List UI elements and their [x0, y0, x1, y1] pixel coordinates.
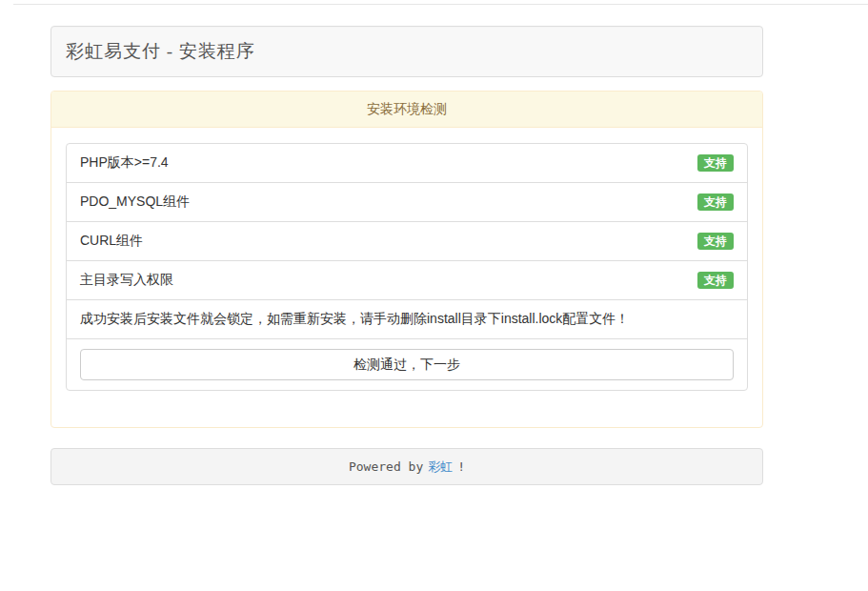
status-badge: 支持: [697, 154, 734, 172]
check-item-label: CURL组件: [80, 233, 143, 250]
install-lock-notice-row: 成功安装后安装文件就会锁定，如需重新安装，请手动删除install目录下inst…: [67, 300, 747, 339]
check-item-row: PHP版本>=7.4 支持: [67, 144, 747, 183]
check-item-label: PDO_MYSQL组件: [80, 194, 190, 211]
check-list: PHP版本>=7.4 支持 PDO_MYSQL组件 支持 CURL组件 支持 主…: [66, 143, 748, 391]
powered-by-text: Powered by: [349, 459, 423, 474]
panel-heading: 安装环境检测: [51, 92, 762, 128]
status-badge: 支持: [697, 194, 734, 211]
status-badge: 支持: [697, 272, 734, 289]
panel-body: PHP版本>=7.4 支持 PDO_MYSQL组件 支持 CURL组件 支持 主…: [51, 128, 762, 427]
check-item-row: PDO_MYSQL组件 支持: [67, 183, 747, 222]
header-well: 彩虹易支付 - 安装程序: [50, 26, 763, 77]
status-badge: 支持: [697, 233, 734, 250]
next-step-button[interactable]: 检测通过，下一步: [80, 349, 734, 380]
env-check-panel: 安装环境检测 PHP版本>=7.4 支持 PDO_MYSQL组件 支持 CURL…: [50, 91, 763, 428]
check-item-label: PHP版本>=7.4: [80, 154, 169, 172]
check-item-label: 主目录写入权限: [80, 272, 173, 289]
install-lock-notice: 成功安装后安装文件就会锁定，如需重新安装，请手动删除install目录下inst…: [80, 311, 629, 328]
top-divider: [13, 4, 868, 5]
footer: Powered by 彩虹 !: [50, 448, 763, 485]
button-row: 检测通过，下一步: [67, 339, 747, 390]
page-title: 彩虹易支付 - 安装程序: [66, 39, 255, 64]
check-item-row: CURL组件 支持: [67, 222, 747, 261]
brand-link[interactable]: 彩虹: [428, 459, 453, 476]
main-container: 彩虹易支付 - 安装程序 安装环境检测 PHP版本>=7.4 支持 PDO_MY…: [50, 26, 763, 485]
check-item-row: 主目录写入权限 支持: [67, 261, 747, 300]
footer-suffix: !: [457, 459, 465, 474]
